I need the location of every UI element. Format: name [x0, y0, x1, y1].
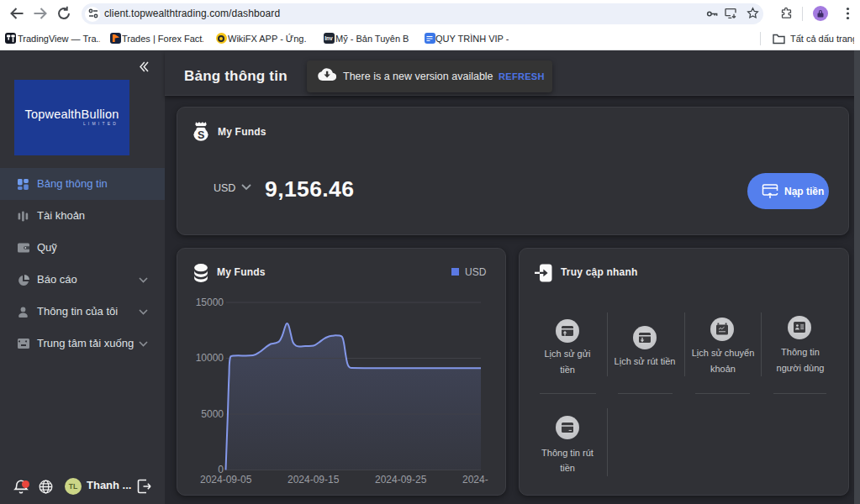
- svg-text:S: S: [198, 129, 204, 141]
